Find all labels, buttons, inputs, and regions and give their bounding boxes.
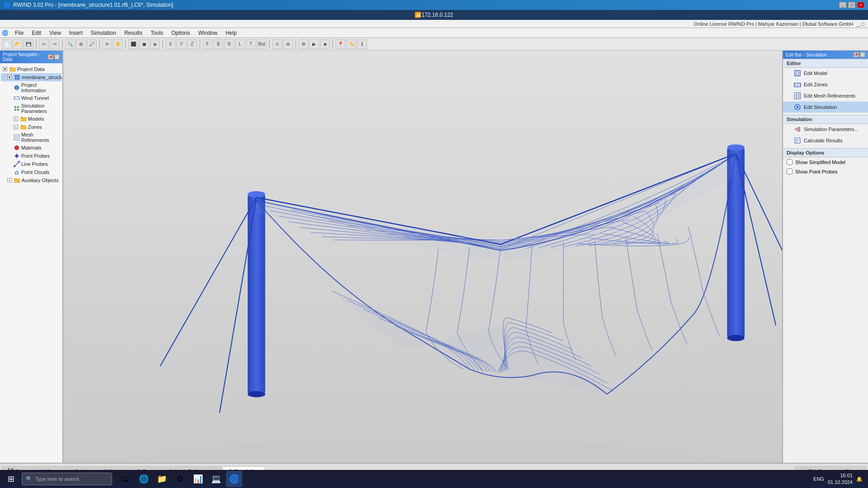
taskbar-app1[interactable]: 📊 — [190, 471, 206, 487]
svg-text:i: i — [16, 86, 17, 90]
tree-point-probes[interactable]: Point Probes — [1, 152, 61, 160]
edit-simulation-btn[interactable]: Edit Simulation — [783, 102, 868, 113]
taskbar-rwind[interactable]: 🌀 — [226, 471, 242, 487]
toolbar-pan[interactable]: ✋ — [113, 39, 123, 49]
wind-tunnel-icon — [14, 95, 20, 101]
tree-membrane[interactable]: ▼ membrane_structure1 — [1, 73, 61, 81]
toolbar-save[interactable]: 💾 — [24, 39, 33, 49]
toolbar-bottom[interactable]: Bot — [257, 39, 267, 49]
tree-aux-objects[interactable]: + Auxiliary Objects — [1, 176, 61, 184]
left-panel: Project Navigator - Data 📌 × ▼ Project D… — [0, 51, 63, 463]
tree-sim-params[interactable]: Simulation Parameters — [1, 102, 61, 115]
taskbar-chrome[interactable]: ⚙ — [172, 471, 188, 487]
toolbar-settings[interactable]: ⚙ — [298, 39, 308, 49]
taskbar-search[interactable]: 🔍 Type here to search — [22, 473, 112, 485]
menu-simulation[interactable]: Simulation — [87, 29, 120, 37]
menu-results[interactable]: Results — [121, 29, 146, 37]
taskbar-files[interactable]: 📁 — [154, 471, 170, 487]
start-button[interactable]: ⊞ — [2, 471, 20, 487]
tree-point-clouds[interactable]: Point Clouds — [1, 168, 61, 176]
toolbar-iso[interactable]: ◈ — [150, 39, 160, 49]
tree-mesh-ref[interactable]: Mesh Refinements — [1, 131, 61, 144]
expand-models[interactable]: + — [14, 117, 18, 121]
toolbar-front[interactable]: F — [203, 39, 212, 49]
tree-project-info[interactable]: i Project Information — [1, 81, 61, 94]
float-maximize-btn[interactable]: □ — [861, 21, 864, 27]
toolbar-stop[interactable]: ■ — [320, 39, 330, 49]
menu-window[interactable]: Window — [194, 29, 221, 37]
toolbar: 📄 📂 💾 ↩ ↪ 🔍 ⊞ 🔎 ⟳ ✋ ⬛ ◼ ◈ X Y Z F B R L … — [0, 38, 868, 51]
expand-membrane[interactable]: ▼ — [7, 75, 12, 80]
show-simplified-model-checkbox[interactable] — [787, 159, 793, 165]
edit-model-btn[interactable]: Edit Model — [783, 68, 868, 79]
tree-zones[interactable]: + Zones — [1, 123, 61, 131]
tree-line-probes[interactable]: Line Probes — [1, 160, 61, 168]
toolbar-rotate[interactable]: ⟳ — [102, 39, 112, 49]
taskbar-date: 01.10.2024 — [828, 479, 853, 486]
svg-rect-46 — [795, 70, 800, 76]
taskbar-explorer[interactable]: 🗂 — [118, 471, 134, 487]
maximize-btn[interactable]: □ — [848, 2, 855, 8]
edit-zones-btn[interactable]: Edit Zones — [783, 79, 868, 90]
menu-edit[interactable]: Edit — [28, 29, 45, 37]
expand-project-data[interactable]: ▼ — [3, 67, 7, 71]
edit-mesh-btn[interactable]: Edit Mesh Refinements — [783, 90, 868, 102]
show-simplified-model-item[interactable]: Show Simplified Model — [783, 157, 868, 167]
menu-insert[interactable]: Insert — [66, 29, 86, 37]
toolbar-mesh[interactable]: ⬛ — [128, 39, 138, 49]
toolbar-right-view[interactable]: R — [224, 39, 234, 49]
svg-point-19 — [15, 155, 18, 157]
toolbar-zoom-in[interactable]: 🔍 — [65, 39, 75, 49]
tree-materials[interactable]: Materials — [1, 144, 61, 152]
tree-label-materials: Materials — [21, 145, 42, 150]
right-panel-pin[interactable]: 📌 — [854, 52, 859, 57]
viewport[interactable]: Wind Tunnel Dimensions: Dx = 80.553 m, D… — [63, 51, 782, 463]
toolbar-new[interactable]: 📄 — [2, 39, 12, 49]
panel-pin[interactable]: 📌 — [48, 54, 53, 60]
toolbar-top[interactable]: T — [246, 39, 256, 49]
materials-icon — [14, 145, 20, 151]
toolbar-open[interactable]: 📂 — [13, 39, 23, 49]
calc-results-btn[interactable]: Calculate Results — [783, 135, 868, 146]
taskbar-edge[interactable]: 🌐 — [136, 471, 152, 487]
toolbar-z-view[interactable]: Z — [187, 39, 197, 49]
tree-project-data[interactable]: ▼ Project Data — [1, 65, 61, 73]
sim-params-btn[interactable]: Simulation Parameters... — [783, 124, 868, 135]
tree-wind-tunnel[interactable]: Wind Tunnel — [1, 94, 61, 102]
show-point-probes-checkbox[interactable] — [787, 169, 793, 174]
calc-results-label: Calculate Results — [804, 138, 843, 143]
menu-view[interactable]: View — [46, 29, 65, 37]
toolbar-back[interactable]: B — [213, 39, 223, 49]
toolbar-center[interactable]: ⊙ — [272, 39, 282, 49]
toolbar-axes[interactable]: ⊕ — [283, 39, 293, 49]
toolbar-run[interactable]: ▶ — [309, 39, 319, 49]
toolbar-surface[interactable]: ◼ — [139, 39, 149, 49]
toolbar-info[interactable]: ℹ — [357, 39, 367, 49]
toolbar-zoom-fit[interactable]: ⊞ — [76, 39, 86, 49]
show-point-probes-item[interactable]: Show Point Probes — [783, 167, 868, 176]
expand-aux[interactable]: + — [7, 178, 12, 183]
expand-zones[interactable]: + — [14, 125, 18, 129]
toolbar-undo[interactable]: ↩ — [39, 39, 49, 49]
menu-file[interactable]: File — [11, 29, 27, 37]
menu-help[interactable]: Help — [222, 29, 241, 37]
taskbar-notification[interactable]: 🔔 — [856, 476, 863, 482]
svg-point-26 — [18, 161, 20, 163]
close-btn[interactable]: × — [857, 2, 864, 8]
tree-label-line-probes: Line Probes — [21, 161, 48, 167]
tree-models[interactable]: + Models — [1, 115, 61, 123]
menu-tools[interactable]: Tools — [147, 29, 167, 37]
float-minimize-btn[interactable]: _ — [857, 21, 859, 27]
toolbar-y-view[interactable]: Y — [176, 39, 186, 49]
toolbar-zoom-out[interactable]: 🔎 — [87, 39, 97, 49]
right-panel-close[interactable]: × — [860, 52, 865, 57]
toolbar-x-view[interactable]: X — [165, 39, 175, 49]
toolbar-redo[interactable]: ↪ — [50, 39, 60, 49]
toolbar-measure[interactable]: 📏 — [346, 39, 356, 49]
menu-options[interactable]: Options — [168, 29, 193, 37]
minimize-btn[interactable]: _ — [839, 2, 846, 8]
taskbar-app2[interactable]: 💻 — [208, 471, 224, 487]
toolbar-probe[interactable]: 📍 — [335, 39, 345, 49]
toolbar-left-view[interactable]: L — [235, 39, 245, 49]
panel-close[interactable]: × — [54, 54, 60, 60]
